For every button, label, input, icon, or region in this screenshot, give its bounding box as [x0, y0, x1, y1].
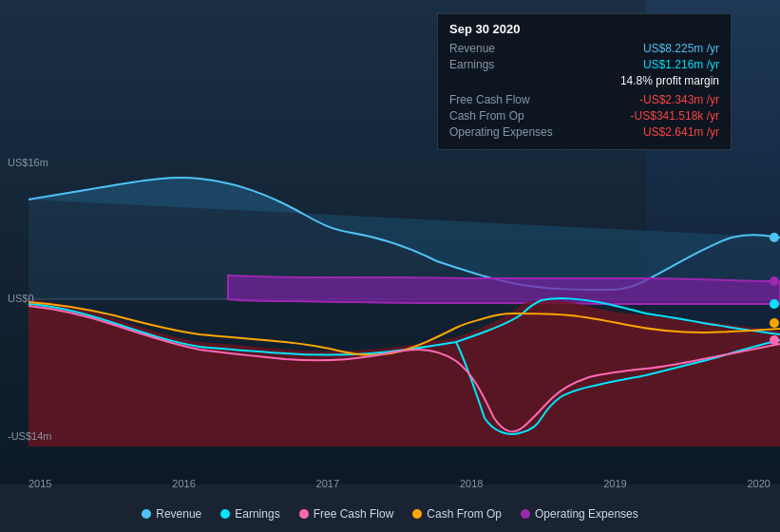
legend-revenue: Revenue: [142, 507, 201, 521]
legend-opex: Operating Expenses: [521, 507, 638, 521]
legend-opex-label: Operating Expenses: [535, 507, 638, 521]
x-label-2018: 2018: [460, 478, 483, 489]
tooltip-opex: Operating Expenses US$2.641m /yr: [449, 125, 719, 139]
tooltip-margin-value: 14.8% profit margin: [620, 74, 719, 87]
legend-earnings-dot: [220, 509, 230, 519]
legend-fcf-dot: [299, 509, 309, 519]
tooltip-cashfromop: Cash From Op -US$341.518k /yr: [449, 109, 719, 123]
earnings-dot: [770, 299, 779, 309]
tooltip-revenue-value: US$8.225m /yr: [643, 42, 719, 55]
legend-opex-dot: [521, 509, 530, 519]
x-label-2016: 2016: [172, 478, 195, 489]
legend-earnings: Earnings: [220, 507, 279, 521]
tooltip-revenue-label: Revenue: [449, 42, 495, 55]
tooltip-opex-label: Operating Expenses: [449, 125, 553, 139]
legend-revenue-dot: [142, 509, 151, 519]
info-tooltip: Sep 30 2020 Revenue US$8.225m /yr Earnin…: [437, 13, 732, 150]
revenue-dot: [770, 233, 779, 242]
fcf-dot: [770, 335, 779, 345]
tooltip-title: Sep 30 2020: [449, 22, 719, 36]
x-axis: 2015 2016 2017 2018 2019 2020: [29, 478, 770, 489]
tooltip-revenue: Revenue US$8.225m /yr: [449, 42, 719, 55]
legend-revenue-label: Revenue: [156, 507, 201, 521]
y-label-top: US$16m: [8, 157, 48, 168]
legend-cashfromop-label: Cash From Op: [427, 507, 502, 521]
tooltip-earnings-value: US$1.216m /yr: [643, 58, 719, 71]
tooltip-cashfromop-label: Cash From Op: [449, 109, 524, 123]
x-label-2020: 2020: [747, 478, 770, 489]
x-label-2017: 2017: [316, 478, 339, 489]
opex-dot: [770, 276, 779, 286]
tooltip-fcf: Free Cash Flow -US$2.343m /yr: [449, 93, 719, 106]
tooltip-cashfromop-value: -US$341.518k /yr: [631, 109, 719, 123]
tooltip-fcf-label: Free Cash Flow: [449, 93, 530, 106]
tooltip-earnings-label: Earnings: [449, 58, 494, 71]
x-label-2019: 2019: [603, 478, 626, 489]
legend-earnings-label: Earnings: [235, 507, 279, 521]
legend-fcf: Free Cash Flow: [299, 507, 394, 521]
legend-cashfromop-dot: [412, 509, 422, 519]
tooltip-opex-value: US$2.641m /yr: [643, 125, 719, 139]
legend-fcf-label: Free Cash Flow: [314, 507, 394, 521]
y-label-bottom: -US$14m: [8, 430, 51, 442]
chart-legend: Revenue Earnings Free Cash Flow Cash Fro…: [0, 507, 780, 521]
tooltip-margin: 14.8% profit margin: [449, 74, 719, 90]
x-label-2015: 2015: [29, 478, 51, 489]
legend-cashfromop: Cash From Op: [412, 507, 502, 521]
operating-expenses-area: [228, 276, 780, 304]
cashfromop-dot: [770, 318, 779, 328]
tooltip-fcf-value: -US$2.343m /yr: [639, 93, 719, 106]
y-label-zero: US$0: [8, 293, 34, 304]
tooltip-earnings: Earnings US$1.216m /yr: [449, 58, 719, 71]
